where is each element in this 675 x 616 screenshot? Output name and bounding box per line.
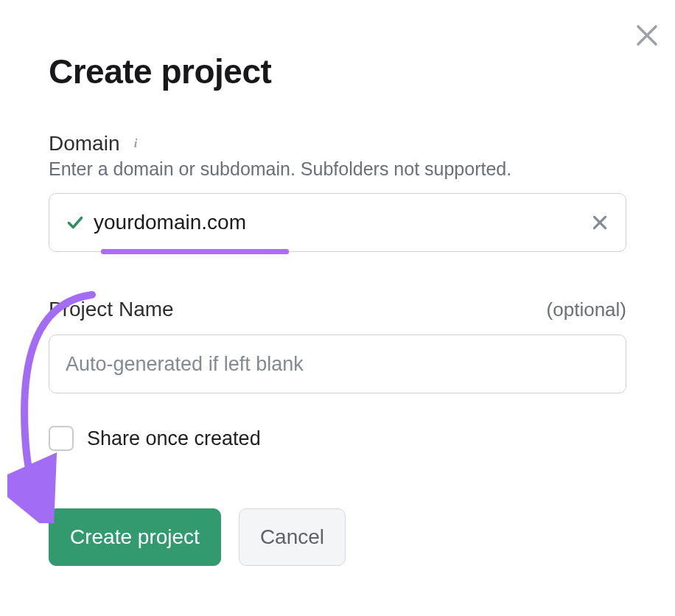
share-label: Share once created	[87, 427, 261, 450]
clear-icon[interactable]	[590, 213, 609, 232]
domain-helper: Enter a domain or subdomain. Subfolders …	[49, 158, 626, 180]
info-icon[interactable]: i	[128, 136, 143, 151]
domain-label: Domain	[49, 132, 119, 155]
cancel-button[interactable]: Cancel	[239, 508, 346, 566]
domain-field: Domain i Enter a domain or subdomain. Su…	[49, 132, 626, 252]
modal-title: Create project	[49, 52, 626, 91]
domain-input-wrap	[49, 193, 626, 252]
create-project-button[interactable]: Create project	[49, 508, 221, 566]
project-name-field: Project Name (optional)	[49, 298, 626, 393]
share-row: Share once created	[49, 426, 626, 451]
share-checkbox[interactable]	[49, 426, 74, 451]
button-row: Create project Cancel	[49, 508, 626, 566]
svg-text:i: i	[134, 136, 138, 150]
project-name-input[interactable]	[49, 335, 626, 393]
project-name-label: Project Name	[49, 298, 174, 321]
optional-label: (optional)	[547, 298, 626, 321]
create-project-modal: Create project Domain i Enter a domain o…	[0, 0, 675, 566]
close-icon[interactable]	[634, 22, 660, 49]
domain-input[interactable]	[94, 211, 581, 234]
checkmark-icon	[66, 213, 85, 232]
highlight-underline	[101, 249, 289, 254]
